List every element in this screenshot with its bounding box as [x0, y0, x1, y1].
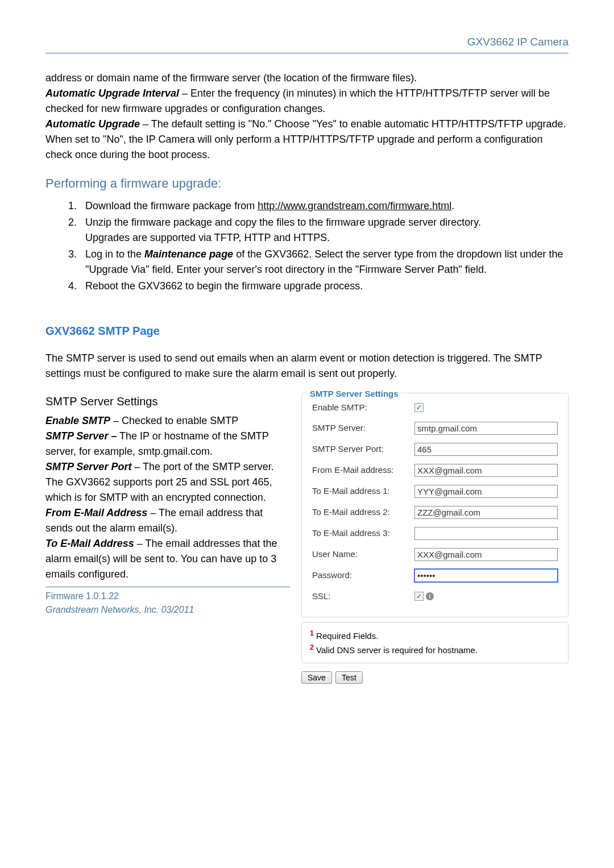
header-product: GXV3662 IP Camera	[45, 34, 569, 53]
firmware-steps: Download the firmware package from http:…	[80, 198, 569, 294]
desc-enable: Enable SMTP – Checked to enable SMTP	[45, 413, 290, 429]
desc-to-label: To E-Mail Address	[45, 538, 134, 549]
firmware-link[interactable]: http://www.grandstream.com/firmware.html	[258, 200, 451, 211]
enable-smtp-checkbox[interactable]: ✓	[414, 403, 424, 412]
step-3-bold: Maintenance page	[144, 248, 233, 260]
footer-line2: Grandstream Networks, Inc. 03/2011	[45, 603, 290, 617]
intro-interval-label: Automatic Upgrade Interval	[45, 88, 179, 99]
footer-company: Grandstream Networks, Inc.	[45, 605, 161, 614]
note-1-text: Required Fields.	[314, 631, 378, 641]
password-input[interactable]	[414, 569, 558, 582]
desc-port-label: SMTP Server Port	[45, 461, 131, 472]
label-password: Password:	[312, 569, 414, 582]
step-2: Unzip the firmware package and copy the …	[80, 215, 569, 246]
smtp-form-panel: SMTP Server Settings Enable SMTP: ✓ SMTP…	[301, 393, 569, 684]
label-smtp-port: SMTP Server Port:	[312, 443, 414, 456]
desc-from-label: From E-Mail Address	[45, 507, 147, 518]
step-1-pre: Download the firmware package from	[85, 200, 258, 211]
footer: Firmware 1.0.1.22 Grandstream Networks, …	[45, 587, 290, 617]
label-enable-smtp: Enable SMTP:	[312, 401, 414, 414]
step-3-pre: Log in to the	[85, 248, 144, 260]
smtp-port-input[interactable]	[414, 443, 558, 456]
from-email-input[interactable]	[414, 464, 558, 477]
smtp-description-column: SMTP Server Settings Enable SMTP – Check…	[45, 393, 290, 684]
user-name-input[interactable]	[414, 548, 558, 561]
note-1-sup: 1	[310, 629, 314, 637]
notes-box: 1 Required Fields. 2 Valid DNS server is…	[301, 622, 569, 663]
note-2-text: Valid DNS server is required for hostnam…	[314, 645, 478, 655]
to-email-3-input[interactable]	[414, 527, 558, 540]
label-to-email-2: To E-Mail address 2:	[312, 506, 414, 519]
smtp-server-input[interactable]	[414, 422, 558, 435]
smtp-fieldset: SMTP Server Settings Enable SMTP: ✓ SMTP…	[301, 393, 569, 617]
to-email-2-input[interactable]	[414, 506, 558, 519]
label-ssl: SSL:	[312, 590, 414, 603]
desc-to: To E-Mail Address – The email addresses …	[45, 536, 290, 582]
ssl-checkbox[interactable]: ✓	[414, 592, 424, 601]
footer-date: 03/2011	[161, 605, 194, 614]
desc-port: SMTP Server Port – The port of the SMTP …	[45, 459, 290, 505]
smtp-subheading: SMTP Server Settings	[45, 393, 290, 410]
step-1: Download the firmware package from http:…	[80, 198, 569, 214]
label-from-email: From E-Mail address:	[312, 464, 414, 477]
test-button[interactable]: Test	[335, 671, 363, 684]
info-icon[interactable]: i	[426, 592, 434, 600]
step-3: Log in to the Maintenance page of the GX…	[80, 247, 569, 277]
desc-server-label: SMTP Server –	[45, 430, 117, 442]
firmware-heading: Performing a firmware upgrade:	[45, 174, 569, 193]
desc-from: From E-Mail Address – The email address …	[45, 505, 290, 536]
to-email-1-input[interactable]	[414, 485, 558, 498]
step-1-post: .	[451, 200, 454, 211]
label-to-email-3: To E-Mail address 3:	[312, 527, 414, 540]
label-smtp-server: SMTP Server:	[312, 422, 414, 435]
step-4: Reboot the GXV3662 to begin the firmware…	[80, 279, 569, 294]
desc-server: SMTP Server – The IP or hostname of the …	[45, 429, 290, 459]
intro-block: address or domain name of the firmware s…	[45, 70, 569, 163]
step-2-text: Unzip the firmware package and copy the …	[85, 217, 481, 228]
intro-p1a: address or domain name of the firmware s…	[45, 72, 417, 84]
smtp-intro: The SMTP server is used to send out emai…	[45, 351, 569, 381]
note-2: 2 Valid DNS server is required for hostn…	[310, 642, 560, 657]
save-button[interactable]: Save	[301, 671, 332, 684]
intro-upgrade-label: Automatic Upgrade	[45, 118, 140, 130]
note-1: 1 Required Fields.	[310, 628, 560, 643]
label-user-name: User Name:	[312, 548, 414, 561]
desc-enable-label: Enable SMTP	[45, 415, 110, 426]
label-to-email-1: To E-Mail address 1:	[312, 485, 414, 498]
desc-enable-text: – Checked to enable SMTP	[110, 415, 238, 426]
footer-line1: Firmware 1.0.1.22	[45, 589, 290, 603]
step-4-text: Reboot the GXV3662 to begin the firmware…	[85, 280, 363, 292]
smtp-legend: SMTP Server Settings	[308, 388, 401, 401]
smtp-page-title: GXV3662 SMTP Page	[45, 322, 569, 339]
step-2-extra: Upgrades are supported via TFTP, HTTP an…	[85, 232, 330, 243]
note-2-sup: 2	[310, 643, 314, 651]
